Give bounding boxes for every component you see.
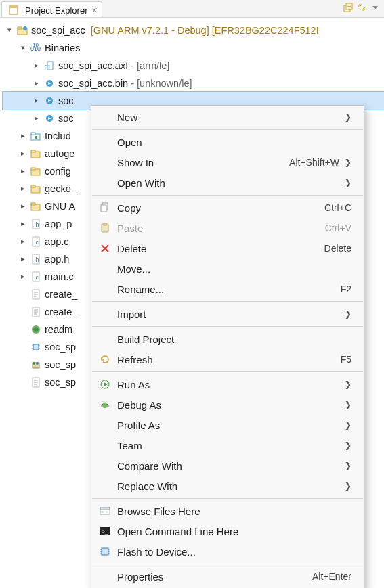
menu-item-label: Properties xyxy=(117,571,312,583)
binaries-label: Binaries xyxy=(45,41,80,55)
tree-row-binaries[interactable]: ▾ 01010 Binaries xyxy=(3,39,384,57)
menu-item-label: Move... xyxy=(117,263,351,275)
tree-item-label: app_p xyxy=(45,217,72,231)
bin-icon xyxy=(43,112,56,125)
view-menu-icon[interactable] xyxy=(370,3,380,12)
tree-item-label: autoge xyxy=(45,146,74,161)
file-icon: .h xyxy=(30,218,42,230)
menu-separator xyxy=(92,564,363,564)
menu-item[interactable]: New❯ xyxy=(91,107,364,127)
svg-line-67 xyxy=(106,401,106,403)
svg-rect-42 xyxy=(33,344,39,350)
menu-icon-spacer xyxy=(97,418,113,432)
menu-separator xyxy=(92,498,363,499)
chevron-right-icon[interactable]: ▸ xyxy=(18,219,28,229)
chevron-right-icon: ❯ xyxy=(345,112,351,122)
menu-item[interactable]: Import❯ xyxy=(91,304,364,324)
menu-item[interactable]: Build Project xyxy=(91,329,364,349)
menu-item-label: Copy xyxy=(117,202,324,214)
menu-item[interactable]: DeleteDelete xyxy=(91,238,364,258)
menu-item[interactable]: Run As❯ xyxy=(91,374,364,394)
file-icon xyxy=(30,323,42,336)
file-icon xyxy=(30,359,42,371)
menu-item[interactable]: RefreshF5 xyxy=(91,349,364,369)
tree-row-bin-item[interactable]: ▸ 01 soc_spi_acc.axf - [arm/le] xyxy=(3,57,384,74)
chevron-right-icon[interactable]: ▸ xyxy=(18,131,28,141)
menu-item[interactable]: CopyCtrl+C xyxy=(91,198,364,218)
file-icon xyxy=(30,183,42,195)
menu-icon-spacer xyxy=(97,156,113,169)
tree-row-project[interactable]: ▾ soc_spi_acc [GNU ARM v7.2.1 - Debug] [… xyxy=(3,22,384,39)
tree-item-label: create_ xyxy=(45,304,77,319)
chevron-right-icon[interactable]: ▸ xyxy=(31,78,42,89)
link-editor-icon[interactable] xyxy=(357,3,366,12)
svg-rect-20 xyxy=(31,168,35,170)
menu-shortcut: Alt+Enter xyxy=(312,571,351,582)
chevron-right-icon[interactable]: ▸ xyxy=(18,166,28,177)
tree-row-bin-item[interactable]: ▸ soc_spi_acc.bin - [unknown/le] xyxy=(3,74,384,92)
tree-item-label: Includ xyxy=(45,129,71,143)
menu-item[interactable]: Move... xyxy=(91,258,364,279)
chevron-down-icon[interactable]: ▾ xyxy=(4,25,15,36)
menu-item[interactable]: Debug As❯ xyxy=(91,394,364,415)
menu-item-label: Open With xyxy=(117,177,339,189)
menu-item[interactable]: Compare With❯ xyxy=(91,455,364,476)
file-icon: .c xyxy=(30,235,42,248)
menu-item[interactable]: Rename...F2 xyxy=(91,279,364,299)
file-icon xyxy=(30,200,42,212)
menu-item[interactable]: Show InAlt+Shift+W❯ xyxy=(91,152,364,173)
svg-rect-6 xyxy=(18,27,22,29)
menu-item[interactable]: Team❯ xyxy=(91,435,364,455)
menu-item[interactable]: Flash to Device... xyxy=(91,541,364,562)
tree-item-label: soc_sp xyxy=(45,375,76,390)
menu-item-label: Flash to Device... xyxy=(117,546,351,558)
chevron-right-icon[interactable]: ▸ xyxy=(31,113,42,124)
menu-item-label: Delete xyxy=(117,243,324,254)
svg-line-63 xyxy=(107,403,108,405)
menu-separator xyxy=(92,301,363,302)
chevron-right-icon[interactable]: ▸ xyxy=(18,254,28,265)
menu-item[interactable]: PropertiesAlt+Enter xyxy=(91,566,364,587)
chevron-down-icon[interactable]: ▾ xyxy=(18,43,28,53)
menu-icon-spacer xyxy=(97,282,113,296)
menu-item[interactable]: Browse Files Here xyxy=(91,501,364,521)
tree-item-label: readm xyxy=(45,322,72,337)
bin-icon xyxy=(43,95,56,107)
view-toolbar xyxy=(343,3,380,12)
file-icon xyxy=(30,148,42,160)
view-tabbar: Project Explorer ✕ xyxy=(0,0,384,18)
chevron-right-icon[interactable]: ▸ xyxy=(18,236,28,247)
menu-icon-spacer xyxy=(97,332,113,346)
chevron-right-icon[interactable]: ▸ xyxy=(18,148,28,159)
chevron-right-icon[interactable]: ▸ xyxy=(31,60,42,71)
chevron-right-icon: ❯ xyxy=(345,158,351,167)
svg-rect-69 xyxy=(100,507,110,510)
chevron-right-icon[interactable]: ▸ xyxy=(18,271,28,282)
chevron-right-icon[interactable]: ▸ xyxy=(31,95,42,106)
exec-icon: 01 xyxy=(43,60,56,72)
menu-item[interactable]: Replace With❯ xyxy=(91,476,364,496)
svg-text:.c: .c xyxy=(34,274,39,281)
project-explorer-tab[interactable]: Project Explorer ✕ xyxy=(1,1,102,17)
menu-item[interactable]: >_Open Command Line Here xyxy=(91,521,364,541)
menu-icon-spacer xyxy=(97,110,113,124)
chevron-right-icon[interactable]: ▸ xyxy=(18,183,28,194)
menu-item[interactable]: Profile As❯ xyxy=(91,415,364,435)
menu-item[interactable]: Open xyxy=(91,132,364,152)
menu-item-label: Open xyxy=(117,137,351,148)
menu-item[interactable]: Open With❯ xyxy=(91,173,364,193)
run-icon xyxy=(97,378,113,391)
close-icon[interactable]: ✕ xyxy=(91,6,98,15)
chevron-right-icon[interactable]: ▸ xyxy=(18,201,28,212)
bin-item-label: soc_spi_acc.axf - [arm/le] xyxy=(58,58,169,73)
menu-item-label: Refresh xyxy=(117,354,341,365)
tree-item-label: gecko_ xyxy=(45,181,77,196)
tree-item-label: app.c xyxy=(45,234,68,249)
menu-shortcut: Delete xyxy=(324,243,351,254)
menu-item-label: Show In xyxy=(117,157,289,168)
collapse-all-icon[interactable] xyxy=(343,3,353,12)
svg-point-7 xyxy=(23,26,27,30)
menu-separator xyxy=(92,129,363,130)
file-icon: .c xyxy=(30,271,42,283)
menu-separator xyxy=(92,326,363,327)
